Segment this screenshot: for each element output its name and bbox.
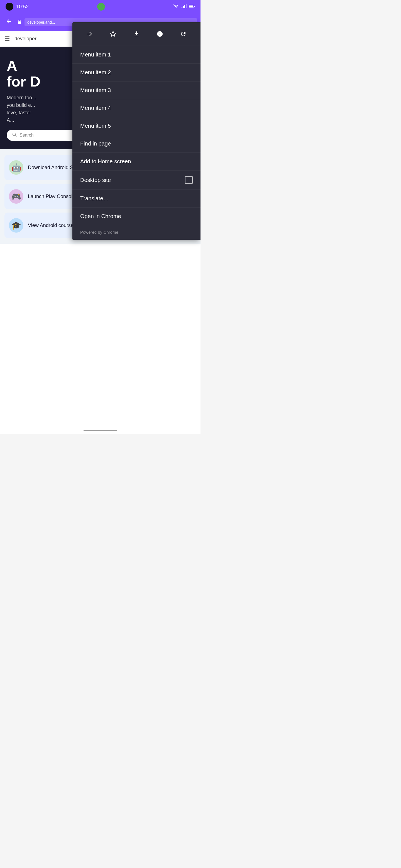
menu-item-3[interactable]: Menu item 3 <box>73 82 200 99</box>
menu-icon-row <box>73 22 200 46</box>
menu-footer: Powered by Chrome <box>73 225 200 240</box>
menu-item-desktop-site[interactable]: Desktop site <box>73 170 200 190</box>
menu-item-open-in-chrome[interactable]: Open in Chrome <box>73 208 200 225</box>
refresh-button[interactable] <box>176 27 190 41</box>
bookmark-button[interactable] <box>106 27 120 41</box>
menu-item-translate[interactable]: Translate… <box>73 190 200 208</box>
menu-item-find-in-page[interactable]: Find in page <box>73 135 200 153</box>
info-button[interactable] <box>153 27 167 41</box>
powered-by-label: Powered by Chrome <box>80 230 118 235</box>
menu-item-2[interactable]: Menu item 2 <box>73 64 200 82</box>
context-menu: Menu item 1 Menu item 2 Menu item 3 Menu… <box>73 22 200 240</box>
download-button[interactable] <box>130 27 143 41</box>
menu-item-4[interactable]: Menu item 4 <box>73 99 200 117</box>
forward-button[interactable] <box>83 27 96 41</box>
desktop-site-checkbox[interactable] <box>185 176 193 184</box>
menu-item-5[interactable]: Menu item 5 <box>73 117 200 135</box>
menu-item-1[interactable]: Menu item 1 <box>73 46 200 64</box>
menu-overlay: Menu item 1 Menu item 2 Menu item 3 Menu… <box>0 0 200 434</box>
menu-item-add-to-home[interactable]: Add to Home screen <box>73 153 200 170</box>
